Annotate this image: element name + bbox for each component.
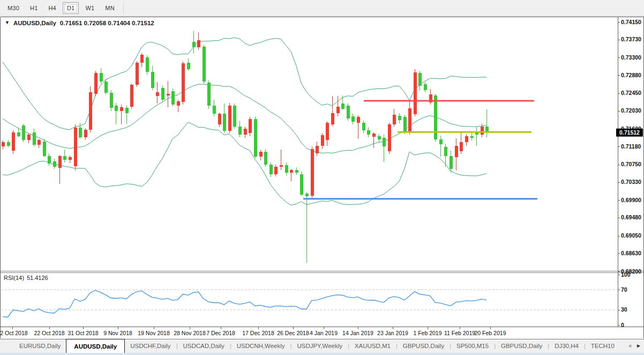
candle-body bbox=[177, 101, 180, 106]
candle-body bbox=[481, 127, 484, 135]
candle-body bbox=[383, 138, 386, 146]
candle-body bbox=[475, 132, 478, 135]
candle-body bbox=[378, 136, 381, 139]
candle-body bbox=[156, 92, 159, 96]
candle-body bbox=[63, 156, 66, 160]
candle-body bbox=[439, 139, 443, 144]
date-tick-label: 11 Feb 2019 bbox=[444, 330, 475, 336]
price-tick-label: 0.68630 bbox=[621, 250, 641, 256]
candle-body bbox=[238, 127, 242, 135]
chevron-down-icon[interactable]: ▼ bbox=[5, 20, 10, 25]
candle-body bbox=[336, 107, 340, 114]
date-tick-label: 7 Dec 2018 bbox=[206, 330, 235, 336]
tab-usdjpy-weekly[interactable]: USDJPY,Weekly bbox=[291, 339, 348, 353]
date-tick-label: 14 Jan 2019 bbox=[342, 330, 373, 336]
candle-body bbox=[264, 152, 267, 165]
candle-body bbox=[249, 119, 252, 133]
candle-body bbox=[424, 84, 427, 90]
candle-body bbox=[465, 136, 468, 142]
candle-body bbox=[17, 132, 20, 136]
price-tick-label: 0.69050 bbox=[621, 232, 641, 239]
candle-body bbox=[351, 116, 355, 122]
candle-body bbox=[347, 106, 350, 118]
rsi-indicator-label: RSI(14) 51.4126 bbox=[4, 275, 48, 281]
tab-scroll-arrows: ◄ ► bbox=[627, 339, 641, 352]
candle-body bbox=[254, 119, 257, 157]
candle-body bbox=[2, 142, 5, 147]
candle-body bbox=[470, 136, 474, 138]
candle-body bbox=[357, 117, 360, 123]
date-tick-label: 26 Dec 2018 bbox=[277, 330, 309, 336]
price-tick-label: 0.72880 bbox=[621, 72, 641, 78]
tab-dj30-h4[interactable]: DJ30,H4 bbox=[549, 339, 584, 353]
candle-body bbox=[331, 113, 334, 124]
price-tick-label: 0.69900 bbox=[621, 197, 641, 203]
candle-body bbox=[48, 156, 51, 164]
candle-body bbox=[104, 82, 108, 93]
chart-canvas[interactable]: 0.741500.737300.733000.728800.724500.720… bbox=[0, 0, 644, 355]
candle-body bbox=[203, 47, 206, 82]
candle-body bbox=[228, 106, 231, 131]
candle-body bbox=[326, 123, 329, 140]
candle-body bbox=[213, 106, 216, 114]
candle-body bbox=[295, 170, 298, 173]
candle-body bbox=[218, 114, 221, 124]
candle-body bbox=[455, 146, 458, 157]
tab-usdcnh-weekly[interactable]: USDCNH,Weekly bbox=[231, 339, 290, 353]
date-tick-label: 9 Nov 2018 bbox=[103, 330, 132, 336]
candle-body bbox=[372, 134, 376, 137]
candle-body bbox=[207, 83, 211, 106]
candle-body bbox=[27, 135, 31, 140]
chart-symbol-label: AUDUSD,Daily bbox=[13, 20, 56, 26]
candle-body bbox=[171, 91, 175, 105]
tab-usdcad-daily[interactable]: USDCAD,Daily bbox=[177, 339, 229, 353]
rsi-tick-label: 30 bbox=[621, 306, 627, 313]
candle-body bbox=[167, 94, 170, 95]
tab-gbpusd-daily[interactable]: GBPUSD,Daily bbox=[398, 339, 450, 353]
date-tick-label: 19 Nov 2018 bbox=[138, 330, 170, 336]
tab-xauusd-m1[interactable]: XAUUSD,M1 bbox=[349, 339, 396, 353]
candle-body bbox=[305, 194, 309, 196]
candle-body bbox=[89, 92, 92, 130]
rsi-tick-label: 70 bbox=[621, 286, 627, 293]
candle-body bbox=[388, 124, 391, 151]
candle-body bbox=[151, 72, 154, 88]
chart-tab-bar: EURUSD,DailyAUDUSD,DailyUSDCHF,Daily|USD… bbox=[0, 339, 644, 353]
candle-body bbox=[182, 63, 185, 102]
candle-body bbox=[94, 73, 98, 93]
tab-audusd-daily[interactable]: AUDUSD,Daily bbox=[66, 339, 125, 353]
price-tick-label: 0.72450 bbox=[621, 90, 641, 96]
candle-body bbox=[274, 167, 278, 174]
price-tick-label: 0.70750 bbox=[621, 161, 641, 167]
candle-body bbox=[316, 146, 319, 153]
candle-body bbox=[398, 116, 401, 120]
candle-body bbox=[393, 115, 396, 124]
date-tick-label: 28 Nov 2018 bbox=[174, 330, 206, 336]
rsi-name: RSI(14) bbox=[4, 275, 24, 281]
candle-body bbox=[187, 63, 190, 69]
candle-body bbox=[43, 142, 46, 156]
candle-body bbox=[136, 63, 139, 85]
tab-usdchf-daily[interactable]: USDCHF,Daily bbox=[125, 339, 176, 353]
candle-body bbox=[100, 73, 103, 82]
tab-tech10[interactable]: TECH10 bbox=[586, 339, 620, 353]
trading-terminal-window: { "toolbar": { "timeframes": [ {"label":… bbox=[0, 0, 644, 355]
rsi-value: 51.4126 bbox=[27, 275, 48, 281]
candle-body bbox=[69, 157, 72, 160]
candle-body bbox=[58, 156, 62, 168]
rsi-tick-label: 0 bbox=[621, 322, 624, 328]
tab-sp500-m15[interactable]: SP500,M15 bbox=[451, 339, 494, 353]
price-tick-label: 0.73300 bbox=[621, 54, 641, 61]
candle-body bbox=[290, 170, 293, 173]
date-tick-label: 31 Oct 2018 bbox=[68, 330, 98, 336]
tab-gbpusd-daily[interactable]: GBPUSD,Daily bbox=[496, 339, 548, 353]
tab-eurusd-daily[interactable]: EURUSD,Daily bbox=[14, 339, 66, 353]
tab-scroll-left-icon[interactable]: ◄ bbox=[627, 343, 632, 349]
tab-scroll-right-icon[interactable]: ► bbox=[636, 343, 641, 349]
price-tick-label: 0.73730 bbox=[621, 36, 641, 42]
candle-body bbox=[367, 130, 370, 135]
candle-body bbox=[460, 142, 463, 152]
candle-body bbox=[130, 85, 133, 107]
price-tick-label: 0.71180 bbox=[621, 143, 641, 150]
candle-body bbox=[269, 165, 273, 174]
